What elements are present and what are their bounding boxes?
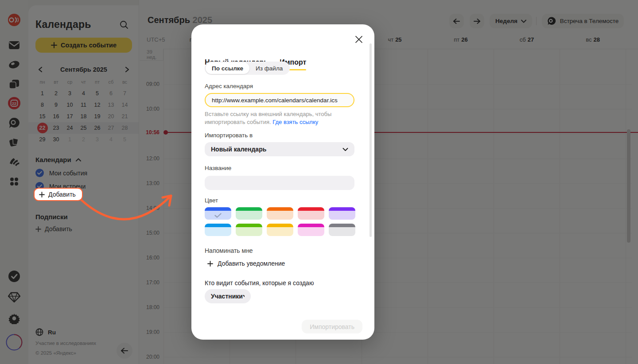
address-label: Адрес календаря	[205, 83, 253, 89]
add-notification-button[interactable]: Добавить уведомление	[207, 260, 285, 267]
import-to-dropdown[interactable]: Новый календарь	[205, 142, 354, 156]
import-to-label: Импортировать в	[205, 132, 253, 139]
import-calendar-modal: Новый календарь Импорт По ссылке Из файл…	[191, 24, 374, 340]
guide-arrow	[75, 185, 182, 243]
color-swatch-grid	[205, 207, 356, 236]
close-icon[interactable]	[355, 35, 363, 43]
color-swatch-2[interactable]	[267, 207, 293, 220]
segment-from-file[interactable]: Из файла	[249, 62, 289, 74]
color-swatch-5[interactable]	[205, 224, 231, 236]
color-swatch-8[interactable]	[298, 224, 324, 236]
chevron-down-icon	[342, 147, 348, 151]
check-icon	[214, 213, 222, 218]
color-swatch-6[interactable]	[236, 224, 262, 236]
name-label: Название	[205, 165, 231, 171]
import-submit-button[interactable]: Импортировать	[302, 320, 362, 333]
address-hint: Вставьте ссылку на внешний календарь, чт…	[205, 110, 351, 126]
segment-by-link[interactable]: По ссылке	[206, 62, 249, 74]
visibility-label: Кто видит события, которые я создаю	[205, 279, 314, 287]
color-label: Цвет	[205, 197, 218, 204]
color-swatch-9[interactable]	[329, 224, 355, 236]
where-to-get-link[interactable]: Где взять ссылку	[272, 119, 318, 125]
calendar-name-input[interactable]	[205, 176, 354, 190]
color-swatch-0[interactable]	[205, 207, 231, 220]
plus-icon	[39, 192, 45, 197]
modal-scrollbar[interactable]	[370, 43, 372, 237]
calendar-url-input[interactable]	[205, 93, 354, 107]
chevron-down-icon	[243, 294, 245, 298]
color-swatch-7[interactable]	[267, 224, 293, 236]
remind-label: Напоминать мне	[205, 247, 253, 254]
color-swatch-3[interactable]	[298, 207, 324, 220]
visibility-dropdown[interactable]: Участники	[205, 289, 251, 303]
color-swatch-1[interactable]	[236, 207, 262, 220]
source-segmented-control: По ссылке Из файла	[205, 62, 290, 75]
color-swatch-4[interactable]	[329, 207, 355, 220]
plus-icon	[207, 261, 213, 267]
